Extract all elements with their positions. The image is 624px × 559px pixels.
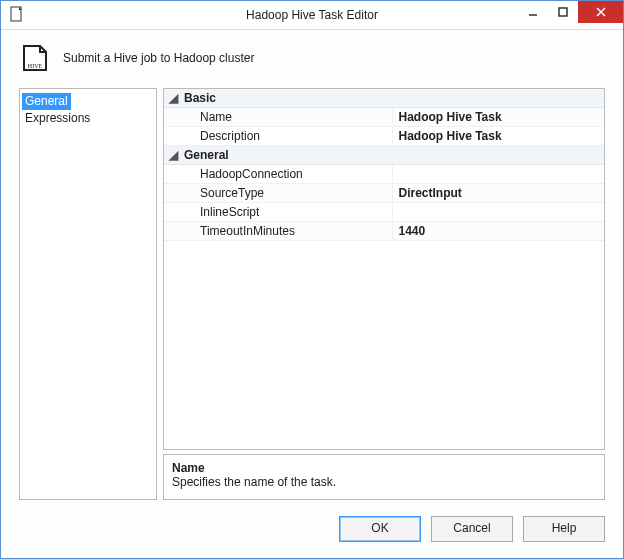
help-panel: Name Specifies the name of the task. [163, 454, 605, 500]
hive-task-editor-window: Hadoop Hive Task Editor HIVE Submit a Hi… [0, 0, 624, 559]
prop-value[interactable]: Hadoop Hive Task [392, 127, 604, 146]
prop-value[interactable]: 1440 [392, 222, 604, 241]
cancel-button[interactable]: Cancel [431, 516, 513, 542]
category-general[interactable]: ◢ General [164, 146, 604, 165]
prop-inlinescript[interactable]: InlineScript [164, 203, 604, 222]
prop-label: InlineScript [182, 203, 392, 222]
window-controls [518, 1, 623, 23]
category-label: General [182, 146, 392, 165]
page-list: General Expressions [19, 88, 157, 500]
header-subtitle: Submit a Hive job to Hadoop cluster [63, 51, 254, 65]
property-grid: ◢ Basic Name Hadoop Hive Task Descriptio… [163, 88, 605, 450]
prop-name[interactable]: Name Hadoop Hive Task [164, 108, 604, 127]
header: HIVE Submit a Hive job to Hadoop cluster [1, 30, 623, 88]
category-label: Basic [182, 89, 392, 108]
page-item-expressions[interactable]: Expressions [22, 111, 93, 125]
category-basic[interactable]: ◢ Basic [164, 89, 604, 108]
maximize-button[interactable] [548, 1, 578, 23]
page-item-general[interactable]: General [22, 93, 71, 110]
help-title: Name [172, 461, 596, 475]
prop-value[interactable]: DirectInput [392, 184, 604, 203]
ok-button[interactable]: OK [339, 516, 421, 542]
close-button[interactable] [578, 1, 623, 23]
help-description: Specifies the name of the task. [172, 475, 596, 489]
prop-value[interactable]: Hadoop Hive Task [392, 108, 604, 127]
prop-hadoopconnection[interactable]: HadoopConnection [164, 165, 604, 184]
titlebar: Hadoop Hive Task Editor [1, 1, 623, 30]
prop-sourcetype[interactable]: SourceType DirectInput [164, 184, 604, 203]
prop-label: SourceType [182, 184, 392, 203]
collapse-icon[interactable]: ◢ [164, 89, 182, 108]
prop-label: Name [182, 108, 392, 127]
minimize-button[interactable] [518, 1, 548, 23]
right-panel: ◢ Basic Name Hadoop Hive Task Descriptio… [163, 88, 605, 500]
collapse-icon[interactable]: ◢ [164, 146, 182, 165]
footer: OK Cancel Help [1, 506, 623, 558]
svg-rect-3 [559, 8, 567, 16]
prop-timeoutinminutes[interactable]: TimeoutInMinutes 1440 [164, 222, 604, 241]
svg-text:HIVE: HIVE [28, 63, 43, 69]
prop-value[interactable] [392, 165, 604, 184]
help-button[interactable]: Help [523, 516, 605, 542]
hive-icon: HIVE [19, 42, 51, 74]
body: General Expressions ◢ Basic Name Had [1, 88, 623, 506]
prop-label: TimeoutInMinutes [182, 222, 392, 241]
prop-label: Description [182, 127, 392, 146]
window-title: Hadoop Hive Task Editor [246, 8, 378, 22]
prop-value[interactable] [392, 203, 604, 222]
prop-label: HadoopConnection [182, 165, 392, 184]
window-icon [9, 6, 25, 22]
prop-description[interactable]: Description Hadoop Hive Task [164, 127, 604, 146]
